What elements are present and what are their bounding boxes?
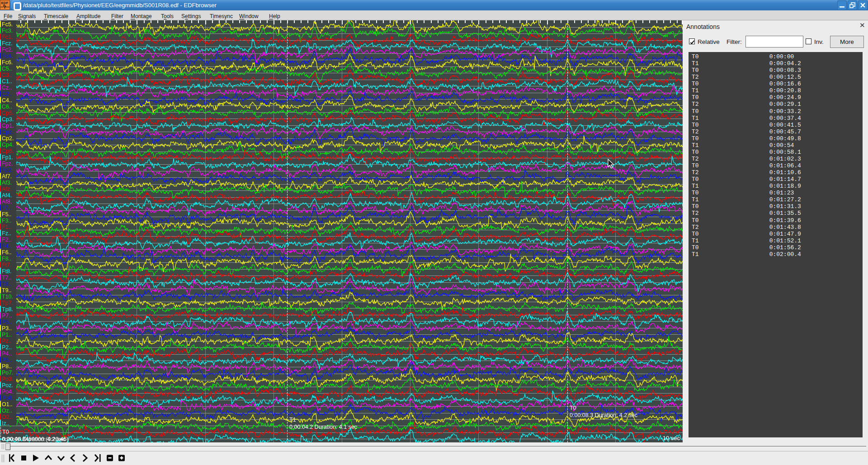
svg-text:EDF: EDF	[1, 1, 9, 5]
